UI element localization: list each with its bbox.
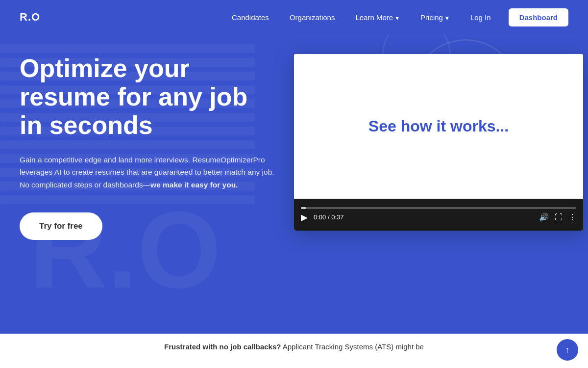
- bottom-section: Frustrated with no job callbacks? Applic…: [0, 334, 588, 368]
- hero-section: R.O Optimize your resume for any job in …: [0, 0, 588, 334]
- scroll-top-icon: ↑: [565, 345, 570, 355]
- hero-description: Gain a competitive edge and land more in…: [20, 154, 274, 191]
- nav-candidates[interactable]: Candidates: [224, 9, 277, 26]
- video-controls-bar: ▶ 0:00 / 0:37 🔊 ⛶ ⋮: [294, 199, 583, 231]
- navbar: R.O Candidates Organizations Learn More …: [0, 0, 588, 34]
- bottom-text-normal: Applicant Tracking Systems (ATS) might b…: [281, 342, 424, 351]
- video-more-button[interactable]: ⋮: [568, 212, 576, 222]
- hero-content: Optimize your resume for any job in seco…: [20, 54, 274, 240]
- nav-login[interactable]: Log In: [463, 9, 499, 26]
- bottom-text: Frustrated with no job callbacks? Applic…: [164, 342, 424, 351]
- video-see-how-label: See how it works...: [368, 117, 509, 135]
- video-main-area[interactable]: See how it works...: [294, 54, 583, 199]
- video-progress-bar[interactable]: [301, 207, 576, 209]
- nav-dashboard-button[interactable]: Dashboard: [509, 8, 568, 26]
- scroll-to-top-button[interactable]: ↑: [557, 339, 578, 361]
- video-time: 0:00 / 0:37: [314, 213, 343, 221]
- video-fullscreen-button[interactable]: ⛶: [555, 213, 563, 222]
- logo: R.O: [20, 11, 40, 24]
- video-progress-fill: [301, 207, 306, 209]
- nav-pricing[interactable]: Pricing: [413, 9, 458, 26]
- bottom-text-bold: Frustrated with no job callbacks?: [164, 342, 281, 351]
- video-player: See how it works... ▶ 0:00 / 0:37 🔊 ⛶ ⋮: [294, 54, 583, 231]
- hero-desc-bold: we make it easy for you.: [150, 181, 238, 189]
- video-play-button[interactable]: ▶: [301, 212, 308, 223]
- nav-links: Candidates Organizations Learn More Pric…: [224, 8, 568, 26]
- hero-headline: Optimize your resume for any job in seco…: [20, 54, 274, 140]
- nav-learn-more[interactable]: Learn More: [347, 9, 408, 26]
- video-controls-row: ▶ 0:00 / 0:37 🔊 ⛶ ⋮: [301, 212, 576, 223]
- try-for-free-button[interactable]: Try for free: [20, 212, 102, 240]
- nav-organizations[interactable]: Organizations: [282, 9, 343, 26]
- video-volume-button[interactable]: 🔊: [539, 212, 549, 222]
